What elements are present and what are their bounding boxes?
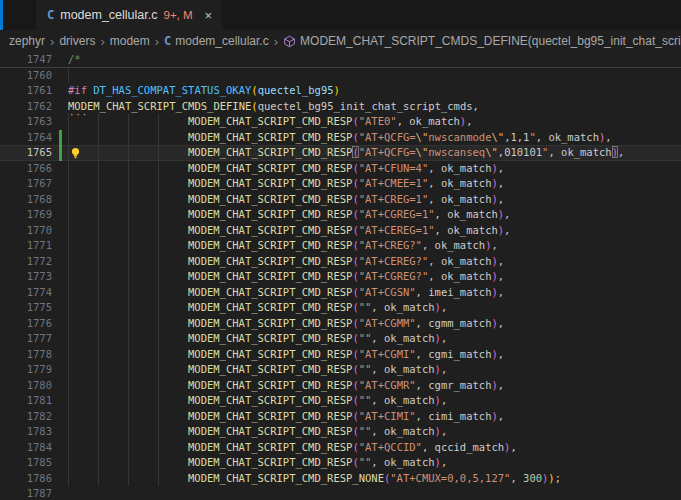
code-token: /* — [68, 53, 81, 65]
line-number[interactable]: 1784 — [0, 440, 52, 456]
code-token: MODEM_CHAT_SCRIPT_CMD_RESP — [188, 162, 352, 174]
tab-modem-cellular[interactable]: C modem_cellular.c 9+, M × — [36, 0, 222, 30]
code-token: "" — [359, 394, 372, 406]
code-line[interactable]: 1784MODEM_CHAT_SCRIPT_CMD_RESP("AT+QCCID… — [0, 440, 681, 456]
lightbulb-icon[interactable] — [70, 147, 81, 159]
code-content: MODEM_CHAT_SCRIPT_CMD_RESP("", ok_match)… — [68, 362, 681, 378]
line-number[interactable]: 1761 — [0, 83, 52, 99]
line-number[interactable]: 1775 — [0, 300, 52, 316]
code-line[interactable]: 1783MODEM_CHAT_SCRIPT_CMD_RESP("", ok_ma… — [0, 424, 681, 440]
code-token: "AT+CFUN=4" — [359, 162, 429, 174]
breadcrumb-item[interactable]: Cmodem_cellular.c — [164, 34, 269, 48]
line-number[interactable]: 1772 — [0, 254, 52, 270]
code-line[interactable]: 1786MODEM_CHAT_SCRIPT_CMD_RESP_NONE("AT+… — [0, 471, 681, 487]
code-content: MODEM_CHAT_SCRIPT_CMD_RESP("AT+QCFG=\"nw… — [68, 145, 681, 161]
line-number[interactable]: 1760 — [0, 68, 52, 84]
code-line[interactable]: 1778MODEM_CHAT_SCRIPT_CMD_RESP("AT+CGMI"… — [0, 347, 681, 363]
code-token: ) — [334, 84, 340, 96]
code-token: , ok_match — [371, 363, 434, 375]
code-line[interactable]: 1781MODEM_CHAT_SCRIPT_CMD_RESP("", ok_ma… — [0, 393, 681, 409]
line-number[interactable]: 1786 — [0, 471, 52, 487]
line-number[interactable]: 1785 — [0, 455, 52, 471]
code-token: nwscanmode — [428, 131, 491, 143]
code-token: , ok_match — [435, 224, 498, 236]
line-number[interactable]: 1776 — [0, 316, 52, 332]
breadcrumb-item[interactable]: modem — [110, 34, 150, 48]
breadcrumb-item[interactable]: MODEM_CHAT_SCRIPT_CMDS_DEFINE(quectel_bg… — [283, 34, 681, 48]
code-token: "AT+CGSN" — [359, 286, 416, 298]
code-token: #if — [68, 84, 87, 96]
code-line[interactable]: 1762MODEM_CHAT_SCRIPT_CMDS_DEFINE(quecte… — [0, 99, 681, 115]
code-token: 300 — [523, 472, 542, 484]
code-line[interactable]: 1769MODEM_CHAT_SCRIPT_CMD_RESP("AT+CGREG… — [0, 207, 681, 223]
code-token: , — [498, 317, 504, 329]
breadcrumb-separator: › — [48, 34, 56, 49]
line-number[interactable]: 1780 — [0, 378, 52, 394]
code-token: , — [498, 270, 504, 282]
code-line[interactable]: 1775MODEM_CHAT_SCRIPT_CMD_RESP("", ok_ma… — [0, 300, 681, 316]
breadcrumb-item[interactable]: zephyr — [9, 34, 45, 48]
code-line[interactable]: 1768MODEM_CHAT_SCRIPT_CMD_RESP("AT+CREG=… — [0, 192, 681, 208]
breadcrumb-label: drivers — [59, 34, 95, 48]
code-line[interactable]: 1782MODEM_CHAT_SCRIPT_CMD_RESP("AT+CIMI"… — [0, 409, 681, 425]
breadcrumb-item[interactable]: drivers — [59, 34, 95, 48]
code-line[interactable]: 1773MODEM_CHAT_SCRIPT_CMD_RESP("AT+CGREG… — [0, 269, 681, 285]
line-number[interactable]: 1781 — [0, 393, 52, 409]
code-token: MODEM_CHAT_SCRIPT_CMD_RESP — [188, 301, 352, 313]
line-number[interactable]: 1764 — [0, 130, 52, 146]
code-token: ,1,1 — [504, 131, 529, 143]
code-token: quectel_bg95 — [258, 84, 334, 96]
code-line[interactable]: 1774MODEM_CHAT_SCRIPT_CMD_RESP("AT+CGSN"… — [0, 285, 681, 301]
code-token: MODEM_CHAT_SCRIPT_CMD_RESP — [188, 332, 352, 344]
code-content: MODEM_CHAT_SCRIPT_CMD_RESP("AT+QCCID", q… — [68, 440, 681, 456]
code-token: MODEM_CHAT_SCRIPT_CMD_RESP — [188, 441, 352, 453]
code-content: MODEM_CHAT_SCRIPT_CMD_RESP("", ok_match)… — [68, 424, 681, 440]
line-number[interactable]: 1766 — [0, 161, 52, 177]
line-number[interactable]: 1763 — [0, 114, 52, 130]
line-number[interactable]: 1771 — [0, 238, 52, 254]
line-number[interactable]: 1765 — [0, 145, 52, 161]
code-line[interactable]: 1764MODEM_CHAT_SCRIPT_CMD_RESP("AT+QCFG=… — [0, 130, 681, 146]
code-token: MODEM_CHAT_SCRIPT_CMD_RESP — [188, 131, 352, 143]
sticky-scroll-line[interactable]: 1747/* — [0, 52, 681, 68]
code-line[interactable]: 1770MODEM_CHAT_SCRIPT_CMD_RESP("AT+CEREG… — [0, 223, 681, 239]
code-line[interactable]: 1787 — [0, 486, 681, 500]
breadcrumb-label: modem_cellular.c — [175, 34, 268, 48]
code-line[interactable]: 1766MODEM_CHAT_SCRIPT_CMD_RESP("AT+CFUN=… — [0, 161, 681, 177]
line-number[interactable]: 1762 — [0, 99, 52, 115]
line-number[interactable]: 1777 — [0, 331, 52, 347]
code-token: "" — [359, 425, 372, 437]
line-number[interactable]: 1787 — [0, 486, 52, 500]
line-number[interactable]: 1770 — [0, 223, 52, 239]
code-line[interactable]: 1771MODEM_CHAT_SCRIPT_CMD_RESP("AT+CREG?… — [0, 238, 681, 254]
code-line[interactable]: 1772MODEM_CHAT_SCRIPT_CMD_RESP("AT+CEREG… — [0, 254, 681, 270]
code-token: , ok_match — [428, 255, 491, 267]
line-number[interactable]: 1779 — [0, 362, 52, 378]
git-added-gutter — [59, 130, 62, 146]
code-line[interactable]: 1777MODEM_CHAT_SCRIPT_CMD_RESP("", ok_ma… — [0, 331, 681, 347]
code-token: "AT+QCFG= — [359, 146, 416, 158]
code-line[interactable]: 1785MODEM_CHAT_SCRIPT_CMD_RESP("", ok_ma… — [0, 455, 681, 471]
line-number[interactable]: 1774 — [0, 285, 52, 301]
code-line[interactable]: 1779MODEM_CHAT_SCRIPT_CMD_RESP("", ok_ma… — [0, 362, 681, 378]
code-editor[interactable]: 17601761#if DT_HAS_COMPAT_STATUS_OKAY(qu… — [0, 52, 681, 500]
line-number[interactable]: 1783 — [0, 424, 52, 440]
close-icon[interactable]: × — [205, 8, 213, 23]
code-token: MODEM_CHAT_SCRIPT_CMDS_DEFINE — [68, 100, 251, 112]
code-line[interactable]: 1767MODEM_CHAT_SCRIPT_CMD_RESP("AT+CMEE=… — [0, 176, 681, 192]
code-line[interactable]: 1761#if DT_HAS_COMPAT_STATUS_OKAY(quecte… — [0, 83, 681, 99]
code-line[interactable]: 1780MODEM_CHAT_SCRIPT_CMD_RESP("AT+CGMR"… — [0, 378, 681, 394]
line-number[interactable]: 1769 — [0, 207, 52, 223]
code-line[interactable]: 1765MODEM_CHAT_SCRIPT_CMD_RESP("AT+QCFG=… — [0, 145, 681, 161]
code-token: , ok_match — [371, 425, 434, 437]
line-number[interactable]: 1778 — [0, 347, 52, 363]
line-number[interactable]: 1747 — [0, 52, 52, 68]
code-line[interactable]: 1776MODEM_CHAT_SCRIPT_CMD_RESP("AT+CGMM"… — [0, 316, 681, 332]
code-token: MODEM_CHAT_SCRIPT_CMD_RESP_NONE — [188, 472, 384, 484]
line-number[interactable]: 1773 — [0, 269, 52, 285]
line-number[interactable]: 1768 — [0, 192, 52, 208]
line-number[interactable]: 1782 — [0, 409, 52, 425]
code-line[interactable]: 1760 — [0, 68, 681, 84]
code-line[interactable]: 1763MODEM_CHAT_SCRIPT_CMD_RESP("ATE0", o… — [0, 114, 681, 130]
line-number[interactable]: 1767 — [0, 176, 52, 192]
